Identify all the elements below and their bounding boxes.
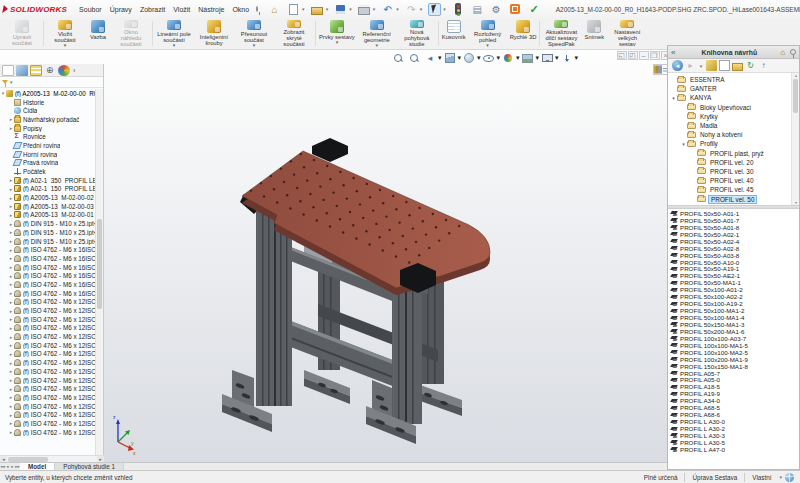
- tree-item[interactable]: ▸(f) DIN 915 - M10 x 25.ipt<3>: [0, 237, 96, 246]
- library-item[interactable]: PROFIL 100x100-A03-7: [671, 335, 799, 342]
- library-item[interactable]: PROFIL 100x100-MA1-5: [671, 342, 799, 349]
- quick-rebuild-traffic-light-icon[interactable]: [451, 3, 466, 16]
- library-item[interactable]: PROFIL 50x50-A01-8: [671, 224, 799, 231]
- doc-tab-model[interactable]: Model: [20, 463, 55, 470]
- dropdown-icon[interactable]: ▾: [349, 6, 352, 12]
- library-item[interactable]: PROFIL 50x50-A02-4: [671, 238, 799, 245]
- tree-item[interactable]: Počátek: [0, 167, 96, 176]
- tree-item[interactable]: ▸(f) ISO 4762 - M6 x 12ISO.ipt-: [0, 315, 96, 324]
- tree-item[interactable]: ▸(f) ISO 4762 - M6 x 12ISO.ipt-: [0, 324, 96, 333]
- doc-tile-button[interactable]: ◰: [628, 51, 638, 60]
- quick-undo-icon[interactable]: ▾: [380, 3, 400, 16]
- ribbon-button-nov-pohybov-studie[interactable]: Nová pohybová studie: [397, 19, 437, 48]
- assembly-3d-model[interactable]: z y x: [104, 64, 668, 462]
- menu-vlo-it[interactable]: Vložit: [169, 3, 194, 16]
- create-part-icon[interactable]: [719, 60, 730, 71]
- tree-item[interactable]: ▸(f) A02-1_350_PROFIL LEHKY: [0, 176, 96, 185]
- ribbon-button-p-esunout-sou-st[interactable]: Přesunout součást▾: [234, 19, 274, 48]
- display-style-icon[interactable]: [463, 52, 476, 64]
- doc-cascade-button[interactable]: ◱: [617, 51, 627, 60]
- tree-item[interactable]: ▸(f) ISO 4762 - M6 x 12ISO.ipt-: [0, 367, 96, 376]
- library-item[interactable]: PROFIL 50x100-A02-2: [671, 293, 799, 300]
- library-folder-krytky[interactable]: Krytky: [668, 112, 799, 121]
- library-item[interactable]: PROFIL A68-5: [671, 404, 799, 411]
- tree-item[interactable]: ▸(f) ISO 4762 - M6 x 16ISO.ipt-: [0, 263, 96, 272]
- new-document-icon[interactable]: [287, 3, 300, 16]
- library-item[interactable]: PROFIL A18-5: [671, 383, 799, 390]
- library-folder-essentra[interactable]: ESSENTRA: [668, 75, 799, 84]
- options-gear-icon[interactable]: [490, 3, 503, 16]
- select-cursor-icon[interactable]: [428, 3, 441, 16]
- library-item[interactable]: PROFIL A68-6: [671, 411, 799, 418]
- library-item[interactable]: PROFIL L A30-0: [671, 418, 799, 425]
- ribbon-button-prvky-sestavy[interactable]: Prvky sestavy▾: [317, 19, 357, 48]
- pdm-icon[interactable]: [509, 3, 522, 16]
- quick-open-icon[interactable]: ▾: [310, 3, 330, 16]
- back-icon[interactable]: ◂: [672, 60, 683, 71]
- tree-item[interactable]: Čidla: [0, 106, 96, 115]
- tree-item[interactable]: ▸(f) ISO 4762 - M6 x 16ISO.ipt-: [0, 280, 96, 289]
- headsup-previous-view-icon[interactable]: ▾: [422, 52, 442, 64]
- tree-filter-bar[interactable]: ▾: [0, 77, 103, 88]
- menu-zobrazit[interactable]: Zobrazit: [136, 3, 169, 16]
- library-item[interactable]: PROFIL 50x50-A02-8: [671, 245, 799, 252]
- tree-item[interactable]: ▸Návrhářský pořadač: [0, 115, 96, 124]
- open-icon[interactable]: [311, 3, 324, 16]
- dropdown-icon[interactable]: ▾: [396, 6, 399, 12]
- menu-pin-icon[interactable]: [256, 6, 258, 12]
- tree-item[interactable]: Pravá rovina: [0, 159, 96, 168]
- apply-check-icon[interactable]: [528, 3, 541, 16]
- undo-icon[interactable]: [381, 3, 394, 16]
- tree-item[interactable]: ▸(f) ISO 4762 - M6 x 12ISO.ipt-: [0, 376, 96, 385]
- quick-design-table-icon[interactable]: [470, 3, 485, 16]
- collapse-caret-icon[interactable]: ▾: [670, 95, 677, 101]
- library-item[interactable]: PROFIL L A30-2: [671, 425, 799, 432]
- doc-tab-nav-icons[interactable]: ◂◂◂▸▸▸: [0, 463, 20, 470]
- folder-icon[interactable]: [732, 63, 743, 71]
- library-folder-profily[interactable]: ▾Profily: [668, 139, 799, 148]
- quick-redo-icon[interactable]: ▾: [404, 3, 424, 16]
- library-scrollbar[interactable]: ▴▾: [791, 73, 799, 205]
- tree-horizontal-scrollbar[interactable]: ◂ ▸: [0, 455, 104, 462]
- dimxpert-tab-icon[interactable]: [44, 65, 56, 76]
- quick-new-document-icon[interactable]: ▾: [286, 3, 306, 16]
- tree-item[interactable]: Přední rovina: [0, 141, 96, 150]
- library-item[interactable]: PROFIL A05-0: [671, 377, 799, 384]
- library-item[interactable]: PROFIL 50x50-A01-7: [671, 217, 799, 224]
- ribbon-button-line-rn-pole-sou-st[interactable]: Lineární pole součástí▾: [154, 19, 194, 48]
- custom-properties-icon[interactable]: [660, 65, 662, 74]
- redo-icon[interactable]: [405, 3, 418, 16]
- tree-item[interactable]: ▸(f) ISO 4762 - M6 x 12ISO.ipt-: [0, 393, 96, 402]
- filter-dropdown-icon[interactable]: ▾: [10, 79, 13, 85]
- headsup-view-orientation-icon[interactable]: ▾: [442, 52, 462, 64]
- library-folder-nohy-a-kotven[interactable]: Nohy a kotvení: [668, 130, 799, 139]
- library-item[interactable]: PROFIL A19-9: [671, 390, 799, 397]
- headsup-scene-icon[interactable]: ▾: [520, 52, 540, 64]
- dropdown-icon[interactable]: ▾: [326, 6, 329, 12]
- library-item[interactable]: PROFIL 100x200-MA1-9: [671, 356, 799, 363]
- library-item[interactable]: PROFIL 50x100-A19-2: [671, 300, 799, 307]
- tabs-overflow-icon[interactable]: ›: [73, 67, 75, 74]
- scroll-up-icon[interactable]: ^: [91, 90, 94, 96]
- library-item[interactable]: PROFIL 50x50-AE2-1: [671, 272, 799, 279]
- tree-item[interactable]: ▸(f) ISO 4762 - M6 x 12ISO.ipt-: [0, 428, 96, 437]
- home-icon[interactable]: [268, 3, 281, 16]
- quick-options-gear-icon[interactable]: [489, 3, 504, 16]
- ribbon-button-vazba[interactable]: Vazba: [85, 19, 111, 48]
- displaymanager-tab-icon[interactable]: [58, 65, 70, 76]
- up-icon[interactable]: ↑: [758, 60, 769, 71]
- headsup-appearance-icon[interactable]: ▾: [500, 52, 520, 64]
- library-item[interactable]: PROFIL L A47-0: [671, 446, 799, 453]
- dropdown-icon[interactable]: ▾: [64, 43, 67, 47]
- menu-pravy[interactable]: Úpravy: [106, 3, 136, 16]
- tree-root-item[interactable]: ▾(f) A2005-13_M-02-00-00_R0_H16: [0, 89, 96, 98]
- headsup-display-style-icon[interactable]: ▾: [461, 52, 481, 64]
- ribbon-button-vlo-it-sou-sti[interactable]: Vložit součásti▾: [45, 19, 85, 48]
- menu-okno[interactable]: Okno: [228, 3, 253, 16]
- library-folder-profil-vel-50[interactable]: PROFIL vel. 50: [668, 194, 799, 203]
- dropdown-icon[interactable]: ▾: [302, 6, 305, 12]
- zoom-area-icon[interactable]: [408, 52, 421, 64]
- library-folder-ganter[interactable]: GANTER: [668, 84, 799, 93]
- tree-item[interactable]: ▸(f) ISO 4762 - M6 x 16ISO.ipt-: [0, 289, 96, 298]
- ribbon-button-rozlo-en-pohled[interactable]: Rozložený pohled▾: [468, 19, 508, 48]
